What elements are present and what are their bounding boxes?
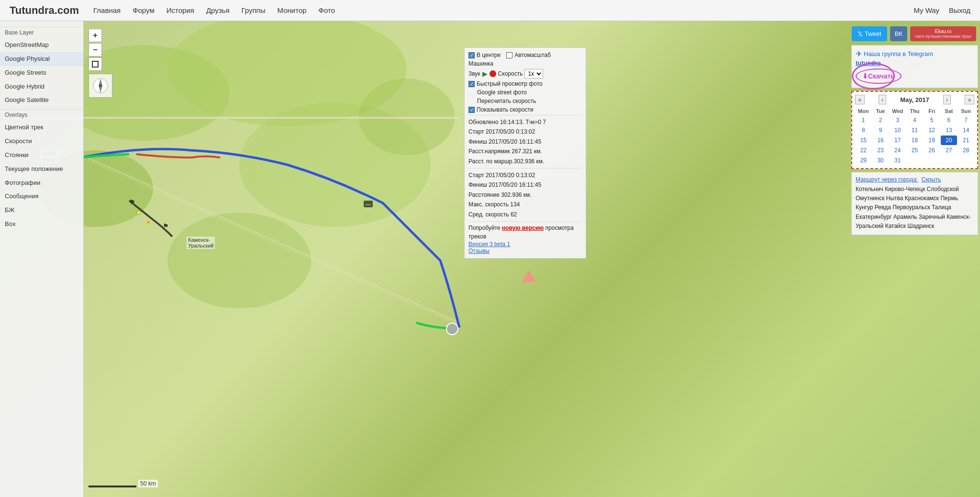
cal-day-23[interactable]: 23 [872,146,889,155]
nav-groups[interactable]: Группы [242,6,266,14]
cal-day-26[interactable]: 26 [924,146,940,155]
sidebar-item-parkings[interactable]: Стоянки [0,148,83,162]
cal-day-24[interactable]: 24 [889,146,906,155]
checkbox-show-speeds-label[interactable]: Показывать скорости [468,106,534,113]
sidebar-item-current-pos[interactable]: Текущее положение [0,162,83,176]
info-distance-route: Расст. по маршр.302.936 км. [468,157,582,166]
info-panel: В центре Автомасштаб Машинка Звук ▶ Скор… [464,47,586,259]
sidebar-item-messages[interactable]: Сообщения [0,190,83,203]
ekau-button[interactable]: Ekau.ru Авто путешественники Урал [910,26,976,41]
checkbox-quick-photo[interactable] [468,81,475,87]
nav-myway[interactable]: My Way [914,6,940,14]
info-start2: Старт 2017/05/20 0:13:02 [468,170,582,180]
checkbox-autoscale[interactable] [506,52,512,58]
cal-day-6[interactable]: 6 [941,115,958,125]
cal-next-next-button[interactable]: » [965,95,974,104]
sidebar-item-photos[interactable]: Фотографии [0,176,83,190]
play-button[interactable]: ▶ [482,70,488,78]
cal-day-3[interactable]: 3 [889,115,906,125]
checkbox-show-speeds[interactable] [468,107,475,113]
map-square-btn[interactable] [89,57,102,71]
sidebar-item-osm[interactable]: OpenStreetMap [0,38,83,52]
sidebar-item-box[interactable]: Box [0,217,83,231]
nav-history[interactable]: История [167,6,194,14]
checkbox-autoscale-label[interactable]: Автомасштаб [506,52,551,58]
nav-friends[interactable]: Друзья [206,6,230,14]
cal-next-button[interactable]: › [943,95,951,104]
telegram-icon: ✈ [856,49,862,58]
cal-day-30[interactable]: 30 [872,156,889,165]
cal-day-11[interactable]: 11 [906,125,923,135]
map-marker-pink [522,270,536,286]
cal-day-22[interactable]: 22 [855,146,872,155]
sidebar-item-colored-track[interactable]: Цветной трек [0,121,83,135]
sidebar-item-google-satellite[interactable]: Google Satellite [0,93,83,107]
cal-day-21[interactable]: 21 [958,136,974,145]
twitter-icon: 𝕏 [858,30,863,38]
cal-day-5[interactable]: 5 [924,115,940,125]
cal-day-15[interactable]: 15 [855,136,872,145]
checkbox-center[interactable] [468,52,475,58]
cal-day-2[interactable]: 2 [872,115,889,125]
cal-day-20[interactable]: 20 [941,136,958,145]
header-right-nav: My Way Выход [914,6,971,14]
info-distance-direct: Расст.напрямик 267.321 км. [468,147,582,156]
cal-header-tue: Tue [872,107,889,115]
cal-day-19[interactable]: 19 [924,136,940,145]
right-panel: 𝕏 Tweet ВК Ekau.ru Авто путешественники … [851,26,978,235]
main-nav: Главная Форум История Друзья Группы Мони… [93,6,335,14]
download-button[interactable]: ⬇Скачать [856,68,902,84]
sidebar-item-google-streets[interactable]: Google Streets [0,66,83,80]
cal-day-4[interactable]: 4 [906,115,923,125]
cal-day-29[interactable]: 29 [855,156,872,165]
cal-day-17[interactable]: 17 [889,136,906,145]
cal-day-25[interactable]: 25 [906,146,923,155]
cal-day-9[interactable]: 9 [872,125,889,135]
nav-photo[interactable]: Фото [319,6,335,14]
zoom-in-button[interactable]: + [89,29,102,42]
cal-day-18[interactable]: 18 [906,136,923,145]
cal-header-mon: Mon [855,107,872,115]
sidebar-item-bzh[interactable]: БЖ [0,203,83,217]
cal-prev-prev-button[interactable]: « [855,95,865,104]
sidebar-item-google-physical[interactable]: Google Physical [0,52,83,66]
checkbox-quick-photo-label[interactable]: Быстрый просмотр фото [468,80,543,87]
nav-logout[interactable]: Выход [949,6,970,14]
logo: Tutundra.com [10,4,79,17]
cal-day-13[interactable]: 13 [941,125,958,135]
nav-monitor[interactable]: Монитор [278,6,307,14]
calendar-title: May, 2017 [900,96,929,103]
vk-button[interactable]: ВК [890,26,907,41]
nav-home[interactable]: Главная [93,6,121,14]
route-hide-link[interactable]: Скрыть [922,176,941,183]
cal-day-28[interactable]: 28 [958,146,974,155]
cal-day-16[interactable]: 16 [872,136,889,145]
route-title: Маршрут через города: Скрыть [856,176,974,183]
header: Tutundra.com Главная Форум История Друзь… [0,0,980,21]
calendar-header: « ‹ May, 2017 › » [855,95,974,104]
cal-day-10[interactable]: 10 [889,125,906,135]
version-link[interactable]: Версия 3 beta 1 [468,241,510,248]
feedback-link[interactable]: Отзывы [468,248,490,254]
cal-day-14[interactable]: 14 [958,125,974,135]
new-version-link[interactable]: новую версию [502,225,544,231]
nav-forum[interactable]: Форум [133,6,155,14]
cal-day-27[interactable]: 27 [941,146,958,155]
record-button[interactable] [490,70,496,77]
telegram-name[interactable]: tutundra [856,59,974,67]
cal-prev-button[interactable]: ‹ [879,95,887,104]
map-area[interactable]: Екате▼бург Каменск-Уральский 🍴 ⚑ ⚑ — + − [0,21,980,497]
zoom-out-button[interactable]: − [89,43,102,56]
telegram-title: ✈ Наша группа в Telegram [856,49,974,58]
cal-day-8[interactable]: 8 [855,125,872,135]
speed-select[interactable]: 1x2x4x [524,69,543,79]
cal-day-31[interactable]: 31 [889,156,906,165]
cal-day-12[interactable]: 12 [924,125,940,135]
cal-header-wed: Wed [889,107,906,115]
tweet-button[interactable]: 𝕏 Tweet [852,26,887,41]
sidebar-item-speeds[interactable]: Скорости [0,135,83,148]
cal-day-1[interactable]: 1 [855,115,872,125]
sidebar-item-google-hybrid[interactable]: Google Hybrid [0,80,83,94]
cal-day-7[interactable]: 7 [958,115,974,125]
checkbox-center-label[interactable]: В центре [468,52,501,58]
